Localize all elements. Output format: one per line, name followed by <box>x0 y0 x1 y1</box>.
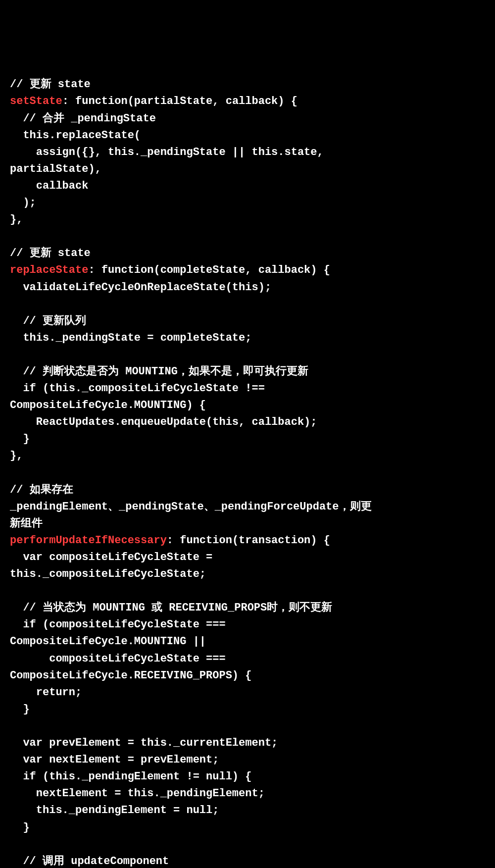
code-text: var compositeLifeCycleState = <box>10 551 212 563</box>
code-line: } <box>10 819 485 836</box>
code-line: } <box>10 431 485 448</box>
code-text: nextElement = this._pendingElement; <box>10 787 265 800</box>
code-text: assign({}, this._pendingState || this.st… <box>10 146 324 158</box>
code-text: // 更新 state <box>10 247 91 259</box>
code-line <box>10 836 485 853</box>
method-name: performUpdateIfNecessary <box>10 534 167 547</box>
code-line: assign({}, this._pendingState || this.st… <box>10 144 485 161</box>
code-line: _pendingElement、_pendingState、_pendingFo… <box>10 499 485 515</box>
code-text: ); <box>10 197 36 209</box>
code-line: } <box>10 701 485 718</box>
code-text: }, <box>10 450 23 462</box>
code-text: CompositeLifeCycle.MOUNTING || <box>10 635 206 648</box>
code-text: // 更新 state <box>10 78 91 91</box>
code-text: } <box>10 703 30 715</box>
code-text: // 更新队列 <box>10 315 86 327</box>
code-text: this._pendingElement = null; <box>10 804 219 817</box>
code-line: // 更新 state <box>10 245 485 262</box>
code-text: 新组件 <box>10 517 43 530</box>
code-text: validateLifeCycleOnReplaceState(this); <box>10 281 271 294</box>
code-text: return; <box>10 686 82 699</box>
code-line: partialState), <box>10 161 485 178</box>
code-line: if (compositeLifeCycleState === <box>10 616 485 633</box>
code-line: this._compositeLifeCycleState; <box>10 566 485 583</box>
code-line: CompositeLifeCycle.RECEIVING_PROPS) { <box>10 667 485 684</box>
code-text: if (this._pendingElement != null) { <box>10 770 251 783</box>
code-line: this._pendingState = completeState; <box>10 330 485 347</box>
code-line: // 判断状态是否为 MOUNTING，如果不是，即可执行更新 <box>10 363 485 380</box>
code-text: : function(partialState, callback) { <box>62 95 297 107</box>
code-text: callback <box>10 180 88 192</box>
code-line: var nextElement = prevElement; <box>10 752 485 768</box>
code-line: // 更新 state <box>10 76 485 93</box>
code-line <box>10 228 485 245</box>
code-text: ReactUpdates.enqueueUpdate(this, callbac… <box>10 416 317 428</box>
code-line: this.replaceState( <box>10 127 485 144</box>
code-text: } <box>10 433 30 445</box>
code-line: }, <box>10 211 485 228</box>
method-name: replaceState <box>10 264 88 276</box>
code-text: if (compositeLifeCycleState === <box>10 618 226 631</box>
code-line <box>10 347 485 363</box>
code-text: }, <box>10 213 23 226</box>
code-line: return; <box>10 684 485 701</box>
code-line: compositeLifeCycleState === <box>10 651 485 667</box>
code-text: CompositeLifeCycle.RECEIVING_PROPS) { <box>10 669 251 682</box>
code-line: 新组件 <box>10 515 485 532</box>
code-line: // 合并 _pendingState <box>10 110 485 127</box>
code-text: _pendingElement、_pendingState、_pendingFo… <box>10 501 372 513</box>
code-snippet: // 更新 statesetState: function(partialSta… <box>10 76 485 868</box>
code-line: replaceState: function(completeState, ca… <box>10 262 485 279</box>
code-line: nextElement = this._pendingElement; <box>10 785 485 802</box>
code-line: ReactUpdates.enqueueUpdate(this, callbac… <box>10 414 485 431</box>
code-text: // 如果存在 <box>10 484 73 496</box>
code-line: CompositeLifeCycle.MOUNTING) { <box>10 397 485 414</box>
code-text: } <box>10 821 30 834</box>
code-line: callback <box>10 178 485 195</box>
code-text: : function(transaction) { <box>167 534 330 547</box>
code-text: this._compositeLifeCycleState; <box>10 568 206 580</box>
code-text: // 调用 updateComponent <box>10 855 169 868</box>
code-text: var nextElement = prevElement; <box>10 754 219 766</box>
code-text: if (this._compositeLifeCycleState !== <box>10 382 265 395</box>
code-line: if (this._pendingElement != null) { <box>10 768 485 785</box>
code-line <box>10 465 485 482</box>
code-line: setState: function(partialState, callbac… <box>10 93 485 110</box>
code-line: var compositeLifeCycleState = <box>10 549 485 566</box>
method-name: setState <box>10 95 62 107</box>
code-line: CompositeLifeCycle.MOUNTING || <box>10 633 485 650</box>
code-line: // 如果存在 <box>10 482 485 499</box>
code-text: : function(completeState, callback) { <box>88 264 330 276</box>
code-line: ); <box>10 195 485 211</box>
code-line: performUpdateIfNecessary: function(trans… <box>10 532 485 549</box>
code-line: // 更新队列 <box>10 313 485 330</box>
code-text: var prevElement = this._currentElement; <box>10 737 278 749</box>
code-text: // 判断状态是否为 MOUNTING，如果不是，即可执行更新 <box>10 365 308 378</box>
code-line <box>10 718 485 735</box>
code-line: }, <box>10 448 485 464</box>
code-text: compositeLifeCycleState === <box>10 653 226 665</box>
code-text: partialState), <box>10 163 101 175</box>
code-text: // 当状态为 MOUNTING 或 RECEIVING_PROPS时，则不更新 <box>10 602 332 614</box>
code-line: // 调用 updateComponent <box>10 853 485 868</box>
code-line <box>10 296 485 313</box>
code-text: // 合并 _pendingState <box>10 112 156 125</box>
code-line: // 当状态为 MOUNTING 或 RECEIVING_PROPS时，则不更新 <box>10 600 485 616</box>
code-line <box>10 583 485 600</box>
code-text: this.replaceState( <box>10 129 141 142</box>
code-text: this._pendingState = completeState; <box>10 332 251 344</box>
code-text: CompositeLifeCycle.MOUNTING) { <box>10 399 206 411</box>
code-line: validateLifeCycleOnReplaceState(this); <box>10 279 485 296</box>
code-line: var prevElement = this._currentElement; <box>10 735 485 752</box>
code-line: if (this._compositeLifeCycleState !== <box>10 380 485 397</box>
code-line: this._pendingElement = null; <box>10 802 485 819</box>
